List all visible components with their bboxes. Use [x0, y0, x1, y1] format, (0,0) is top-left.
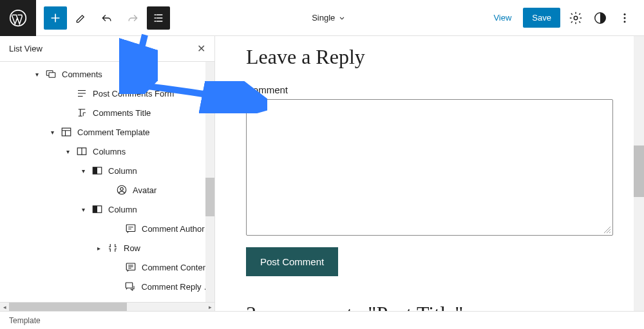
- svg-rect-8: [62, 128, 71, 136]
- comment-textarea[interactable]: [246, 99, 613, 236]
- tree-item-column[interactable]: Column: [0, 200, 214, 219]
- tree-item-reply[interactable]: Comment Reply Link: [0, 277, 214, 296]
- template-icon: [61, 126, 72, 138]
- leave-reply-heading[interactable]: Leave a Reply: [246, 45, 613, 69]
- editor-scrollbar-thumb[interactable]: [634, 146, 644, 197]
- hscroll-thumb[interactable]: [9, 303, 127, 311]
- svg-point-13: [120, 187, 124, 191]
- undo-button[interactable]: [95, 6, 118, 30]
- block-inserter-button[interactable]: [44, 6, 67, 30]
- svg-point-3: [624, 13, 626, 15]
- resize-grip-icon: [603, 226, 611, 234]
- tree-item-label: Avatar: [133, 185, 156, 195]
- tree-item-label: Comment Content: [142, 263, 210, 272]
- template-dropdown[interactable]: Single: [170, 13, 488, 23]
- save-button[interactable]: Save: [523, 8, 560, 28]
- plus-icon: [49, 12, 62, 24]
- comment-field-label: Comment: [246, 84, 613, 95]
- tree-item-label: Row: [124, 243, 140, 253]
- tree-item-label: Comment Reply Link: [141, 282, 214, 292]
- svg-rect-18: [126, 283, 133, 288]
- caret-toggle[interactable]: [64, 148, 71, 155]
- tree-item-row[interactable]: Row: [0, 238, 214, 258]
- hscroll-left-arrow[interactable]: ◂: [0, 303, 9, 311]
- svg-rect-16: [126, 225, 135, 232]
- tree-item-form[interactable]: Post Comments Form: [0, 84, 214, 103]
- list-view-toggle[interactable]: [147, 6, 170, 30]
- editor-top-bar: Single View Save: [0, 0, 644, 36]
- caret-toggle[interactable]: [33, 71, 40, 78]
- tree-item-template[interactable]: Comment Template: [0, 122, 214, 142]
- svg-point-4: [624, 17, 626, 19]
- hscroll-right-arrow[interactable]: ▸: [205, 303, 214, 311]
- left-tool-group: [36, 6, 170, 30]
- block-tree[interactable]: CommentsPost Comments FormComments Title…: [0, 62, 214, 302]
- styles-button[interactable]: [591, 9, 609, 27]
- tree-item-avatar[interactable]: Avatar: [0, 180, 214, 200]
- author-icon: [125, 223, 137, 234]
- editor-content: Leave a Reply Comment Post Comment 3 res…: [215, 36, 644, 311]
- list-view-title: List View: [9, 44, 43, 53]
- column-icon: [91, 165, 103, 176]
- tree-vertical-scrollbar[interactable]: [205, 62, 214, 302]
- caret-toggle[interactable]: [49, 129, 55, 136]
- more-options-button[interactable]: [616, 9, 634, 27]
- tree-item-label: Column: [108, 205, 137, 214]
- reply-icon: [124, 281, 136, 292]
- right-tool-group: View Save: [488, 8, 644, 28]
- tree-item-title[interactable]: Comments Title: [0, 103, 214, 122]
- caret-toggle[interactable]: [80, 206, 86, 213]
- tree-item-author[interactable]: Comment Author ...: [0, 219, 214, 238]
- columns-icon: [76, 146, 88, 157]
- wordpress-logo-button[interactable]: [0, 0, 36, 36]
- tree-scrollbar-thumb[interactable]: [205, 178, 214, 216]
- svg-rect-15: [93, 206, 97, 213]
- tree-item-label: Comment Template: [77, 127, 149, 137]
- column-icon: [91, 203, 103, 215]
- svg-point-5: [624, 21, 626, 23]
- tree-horizontal-scrollbar[interactable]: ◂ ▸: [0, 302, 214, 311]
- tree-item-column[interactable]: Column: [0, 161, 214, 180]
- undo-icon: [100, 12, 113, 24]
- contrast-icon: [593, 11, 607, 25]
- close-panel-button[interactable]: ✕: [197, 42, 205, 55]
- breadcrumb-item[interactable]: Template: [9, 316, 41, 325]
- tree-item-label: Post Comments Form: [93, 89, 174, 99]
- kebab-icon: [618, 12, 631, 24]
- svg-rect-7: [49, 73, 55, 78]
- redo-icon: [126, 12, 139, 24]
- caret-toggle[interactable]: [95, 245, 102, 252]
- edit-mode-button[interactable]: [70, 6, 93, 30]
- tree-item-label: Comments: [62, 70, 102, 79]
- list-view-header: List View ✕: [0, 36, 214, 62]
- caret-toggle[interactable]: [80, 167, 86, 174]
- tree-item-pagination[interactable]: Comments Pagination: [0, 296, 214, 302]
- post-comment-button[interactable]: Post Comment: [246, 247, 338, 276]
- editor-body: List View ✕ CommentsPost Comments FormCo…: [0, 36, 644, 311]
- editor-vertical-scrollbar[interactable]: [634, 36, 644, 311]
- tree-item-label: Columns: [93, 147, 126, 156]
- content-icon: [125, 261, 137, 273]
- svg-point-1: [574, 16, 578, 20]
- view-link[interactable]: View: [488, 9, 516, 26]
- editor-canvas[interactable]: Leave a Reply Comment Post Comment 3 res…: [215, 36, 644, 311]
- tree-item-columns[interactable]: Columns: [0, 142, 214, 161]
- wordpress-icon: [9, 9, 27, 27]
- avatar-icon: [116, 184, 128, 196]
- redo-button[interactable]: [121, 6, 144, 30]
- tree-item-comments[interactable]: Comments: [0, 64, 214, 84]
- form-icon: [76, 88, 88, 99]
- template-label: Single: [312, 13, 335, 23]
- responses-heading[interactable]: 3 responses to "Post Title": [246, 302, 613, 311]
- row-icon: [107, 242, 118, 254]
- editor-footer-breadcrumb[interactable]: Template: [0, 311, 644, 329]
- chevron-down-icon: [337, 14, 346, 23]
- settings-button[interactable]: [567, 9, 585, 27]
- tree-item-label: Comment Author ...: [142, 224, 214, 234]
- list-view-panel: List View ✕ CommentsPost Comments FormCo…: [0, 36, 215, 311]
- title-icon: [76, 107, 88, 118]
- pencil-icon: [75, 12, 88, 24]
- tree-item-content[interactable]: Comment Content: [0, 258, 214, 277]
- gear-icon: [569, 11, 583, 25]
- tree-item-label: Comments Title: [93, 108, 151, 118]
